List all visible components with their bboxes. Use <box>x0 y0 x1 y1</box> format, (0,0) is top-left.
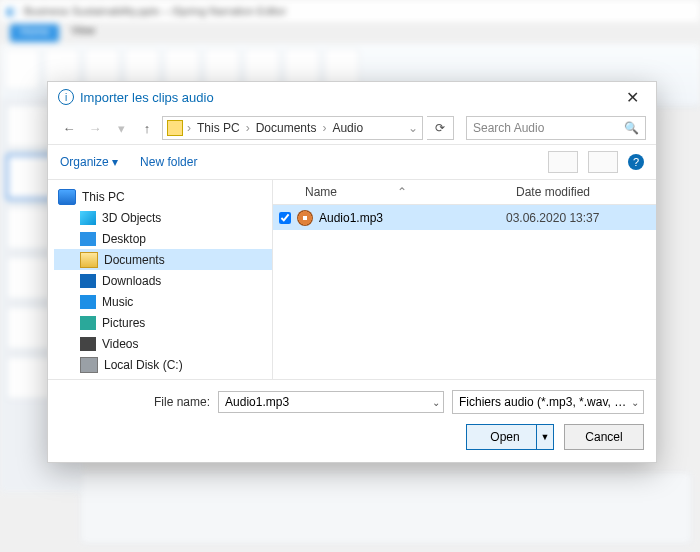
dialog-title: Importer les clips audio <box>80 90 214 105</box>
organize-menu[interactable]: Organize ▾ <box>60 155 118 169</box>
folder-tree: This PC 3D Objects Desktop Documents Dow… <box>48 180 273 379</box>
search-icon: 🔍 <box>624 121 639 135</box>
help-icon[interactable]: ? <box>628 154 644 170</box>
tree-videos[interactable]: Videos <box>54 333 272 354</box>
audio-file-icon <box>297 210 313 226</box>
cancel-button[interactable]: Cancel <box>564 424 644 450</box>
file-row[interactable]: Audio1.mp3 03.06.2020 13:37 <box>273 205 656 230</box>
file-open-dialog: i Importer les clips audio ✕ ← → ▾ ↑ › T… <box>47 81 657 463</box>
back-button[interactable]: ← <box>58 117 80 139</box>
ribbon-tab-home[interactable]: Home <box>10 24 59 42</box>
file-name: Audio1.mp3 <box>319 211 383 225</box>
breadcrumb[interactable]: › This PC › Documents › Audio ⌄ <box>162 116 423 140</box>
chevron-down-icon: ⌄ <box>631 397 639 408</box>
file-checkbox[interactable] <box>279 212 291 224</box>
file-type-filter[interactable]: Fichiers audio (*.mp3, *.wav, *.wma) ⌄ <box>452 390 644 414</box>
file-list: Name⌃ Date modified Audio1.mp3 03.06.202… <box>273 180 656 379</box>
close-icon[interactable]: ✕ <box>618 88 646 107</box>
view-mode-button[interactable] <box>548 151 578 173</box>
tree-documents[interactable]: Documents <box>54 249 272 270</box>
preview-pane-button[interactable] <box>588 151 618 173</box>
search-input[interactable]: Search Audio 🔍 <box>466 116 646 140</box>
up-button[interactable]: ↑ <box>136 117 158 139</box>
refresh-button[interactable]: ⟳ <box>427 116 454 140</box>
file-list-header[interactable]: Name⌃ Date modified <box>273 180 656 205</box>
file-date: 03.06.2020 13:37 <box>506 211 646 225</box>
tree-pictures[interactable]: Pictures <box>54 312 272 333</box>
tree-this-pc[interactable]: This PC <box>54 186 272 207</box>
forward-button: → <box>84 117 106 139</box>
pc-icon <box>167 120 183 136</box>
open-button[interactable]: Open ▼ <box>466 424 554 450</box>
crumb-audio[interactable]: Audio <box>328 121 367 135</box>
crumb-this-pc[interactable]: This PC <box>193 121 244 135</box>
crumb-documents[interactable]: Documents <box>252 121 321 135</box>
col-name[interactable]: Name <box>305 185 337 199</box>
app-title: Business Sustainability.pptx – iSpring N… <box>24 5 286 17</box>
tree-downloads[interactable]: Downloads <box>54 270 272 291</box>
tree-desktop[interactable]: Desktop <box>54 228 272 249</box>
new-folder-button[interactable]: New folder <box>140 155 197 169</box>
filename-label: File name: <box>154 395 210 409</box>
tree-music[interactable]: Music <box>54 291 272 312</box>
tree-local-disk[interactable]: Local Disk (C:) <box>54 354 272 375</box>
col-date[interactable]: Date modified <box>516 185 656 199</box>
ribbon-tab-view[interactable]: View <box>71 24 95 42</box>
nav-bar: ← → ▾ ↑ › This PC › Documents › Audio ⌄ … <box>48 112 656 144</box>
info-icon: i <box>58 89 74 105</box>
tree-3d-objects[interactable]: 3D Objects <box>54 207 272 228</box>
chevron-down-icon[interactable]: ⌄ <box>432 397 440 408</box>
recent-dropdown[interactable]: ▾ <box>110 117 132 139</box>
filename-input[interactable] <box>218 391 444 413</box>
dialog-toolbar: Organize ▾ New folder ? <box>48 144 656 180</box>
dialog-titlebar: i Importer les clips audio ✕ <box>48 82 656 112</box>
open-split-dropdown[interactable]: ▼ <box>536 425 553 449</box>
